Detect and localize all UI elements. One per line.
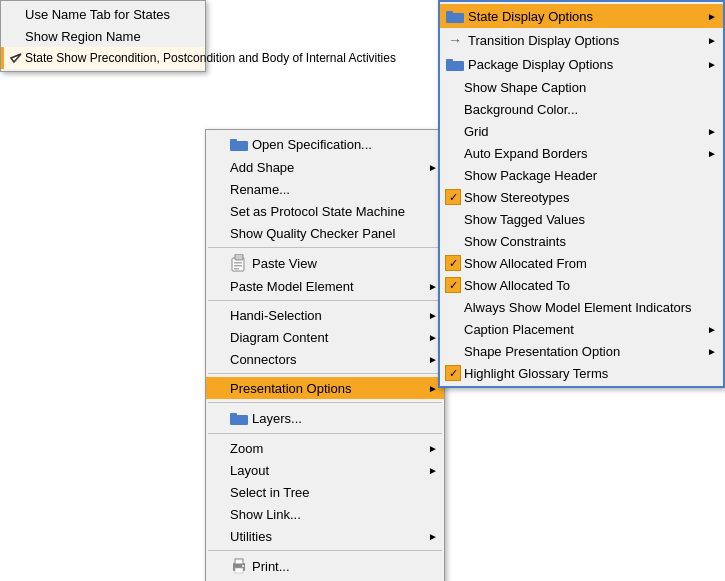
show-allocated-from-label: Show Allocated From	[464, 256, 587, 271]
use-name-tab-item[interactable]: Use Name Tab for States	[1, 3, 205, 25]
separator1	[208, 247, 442, 248]
caption-placement-item[interactable]: Caption Placement ►	[440, 318, 723, 340]
grid-item[interactable]: Grid ►	[440, 120, 723, 142]
show-constraints-label: Show Constraints	[464, 234, 566, 249]
state-display-options-label: State Display Options	[468, 9, 593, 24]
rename-item[interactable]: Rename...	[206, 178, 444, 200]
state-display-options-item[interactable]: State Display Options ►	[440, 4, 723, 28]
add-shape-arrow-icon: ►	[418, 162, 438, 173]
svg-point-13	[242, 565, 244, 567]
grid-label: Grid	[464, 124, 489, 139]
paste-model-label: Paste Model Element	[230, 279, 354, 294]
show-link-label: Show Link...	[230, 507, 301, 522]
transition-display-item[interactable]: → Transition Display Options ►	[440, 28, 723, 52]
layout-arrow-icon: ►	[418, 465, 438, 476]
zoom-label: Zoom	[230, 441, 263, 456]
always-show-model-label: Always Show Model Element Indicators	[464, 300, 692, 315]
folder-blue-icon	[230, 135, 248, 153]
package-display-folder-icon	[446, 55, 464, 73]
show-stereotypes-item[interactable]: ✓ Show Stereotypes	[440, 186, 723, 208]
add-shape-item[interactable]: Add Shape ►	[206, 156, 444, 178]
state-show-precondition-label: State Show Precondition, Postcondition a…	[25, 51, 396, 65]
svg-rect-7	[234, 268, 239, 270]
svg-rect-17	[446, 59, 453, 63]
utilities-arrow-icon: ►	[418, 531, 438, 542]
state-display-options-arrow-icon: ►	[697, 11, 717, 22]
show-stereotypes-check-icon: ✓	[445, 189, 461, 205]
auto-expand-arrow-icon: ►	[697, 148, 717, 159]
show-allocated-from-item[interactable]: ✓ Show Allocated From	[440, 252, 723, 274]
zoom-arrow-icon: ►	[418, 443, 438, 454]
show-allocated-to-item[interactable]: ✓ Show Allocated To	[440, 274, 723, 296]
caption-placement-label: Caption Placement	[464, 322, 574, 337]
precondition-check-icon	[10, 50, 22, 66]
rename-label: Rename...	[230, 182, 290, 197]
handi-selection-label: Handi-Selection	[230, 308, 322, 323]
handi-selection-item[interactable]: Handi-Selection ►	[206, 304, 444, 326]
open-specification-label: Open Specification...	[252, 137, 372, 152]
handi-selection-arrow-icon: ►	[418, 310, 438, 321]
open-specification-item[interactable]: Open Specification...	[206, 132, 444, 156]
diagram-content-arrow-icon: ►	[418, 332, 438, 343]
context-menu-level1: Use Name Tab for States Show Region Name…	[0, 0, 206, 72]
shape-presentation-item[interactable]: Shape Presentation Option ►	[440, 340, 723, 362]
show-quality-item[interactable]: Show Quality Checker Panel	[206, 222, 444, 244]
diagram-content-item[interactable]: Diagram Content ►	[206, 326, 444, 348]
print-item[interactable]: Print...	[206, 554, 444, 578]
show-constraints-item[interactable]: Show Constraints	[440, 230, 723, 252]
utilities-label: Utilities	[230, 529, 272, 544]
show-allocated-to-label: Show Allocated To	[464, 278, 570, 293]
background-color-item[interactable]: Background Color...	[440, 98, 723, 120]
svg-marker-0	[11, 54, 21, 62]
print-icon	[230, 557, 248, 575]
connectors-item[interactable]: Connectors ►	[206, 348, 444, 370]
paste-model-item[interactable]: Paste Model Element ►	[206, 275, 444, 297]
separator2	[208, 300, 442, 301]
highlight-glossary-item[interactable]: ✓ Highlight Glossary Terms	[440, 362, 723, 384]
svg-rect-9	[230, 413, 237, 417]
layers-item[interactable]: Layers...	[206, 406, 444, 430]
always-show-model-item[interactable]: Always Show Model Element Indicators	[440, 296, 723, 318]
svg-rect-11	[235, 559, 243, 564]
svg-rect-12	[235, 568, 243, 573]
set-protocol-label: Set as Protocol State Machine	[230, 204, 405, 219]
print-label: Print...	[252, 559, 290, 574]
state-show-precondition-item[interactable]: State Show Precondition, Postcondition a…	[1, 47, 205, 69]
zoom-item[interactable]: Zoom ►	[206, 437, 444, 459]
layers-label: Layers...	[252, 411, 302, 426]
highlight-glossary-check-icon: ✓	[445, 365, 461, 381]
show-shape-caption-label: Show Shape Caption	[464, 80, 586, 95]
show-package-header-item[interactable]: Show Package Header	[440, 164, 723, 186]
layout-item[interactable]: Layout ►	[206, 459, 444, 481]
set-protocol-item[interactable]: Set as Protocol State Machine	[206, 200, 444, 222]
show-stereotypes-label: Show Stereotypes	[464, 190, 570, 205]
show-tagged-values-label: Show Tagged Values	[464, 212, 585, 227]
package-display-item[interactable]: Package Display Options ►	[440, 52, 723, 76]
presentation-options-item[interactable]: Presentation Options ►	[206, 377, 444, 399]
presentation-options-arrow-icon: ►	[418, 383, 438, 394]
highlight-glossary-label: Highlight Glossary Terms	[464, 366, 608, 381]
select-in-tree-label: Select in Tree	[230, 485, 310, 500]
utilities-item[interactable]: Utilities ►	[206, 525, 444, 547]
shape-presentation-arrow-icon: ►	[697, 346, 717, 357]
diagram-content-label: Diagram Content	[230, 330, 328, 345]
show-quality-label: Show Quality Checker Panel	[230, 226, 395, 241]
connectors-arrow-icon: ►	[418, 354, 438, 365]
connectors-label: Connectors	[230, 352, 296, 367]
show-link-item[interactable]: Show Link...	[206, 503, 444, 525]
paste-view-label: Paste View	[252, 256, 317, 271]
layers-folder-icon	[230, 409, 248, 427]
show-region-name-item[interactable]: Show Region Name	[1, 25, 205, 47]
show-allocated-to-check-icon: ✓	[445, 277, 461, 293]
paste-view-icon	[230, 254, 248, 272]
auto-expand-item[interactable]: Auto Expand Borders ►	[440, 142, 723, 164]
paste-view-item[interactable]: Paste View	[206, 251, 444, 275]
state-display-folder-icon	[446, 7, 464, 25]
paste-model-arrow-icon: ►	[418, 281, 438, 292]
show-shape-caption-item[interactable]: Show Shape Caption	[440, 76, 723, 98]
svg-rect-4	[235, 254, 243, 260]
select-in-tree-item[interactable]: Select in Tree	[206, 481, 444, 503]
show-tagged-values-item[interactable]: Show Tagged Values	[440, 208, 723, 230]
state-display-options-menu: State Display Options ► → Transition Dis…	[438, 0, 725, 388]
context-menu-level2: Open Specification... Add Shape ► Rename…	[205, 129, 445, 581]
